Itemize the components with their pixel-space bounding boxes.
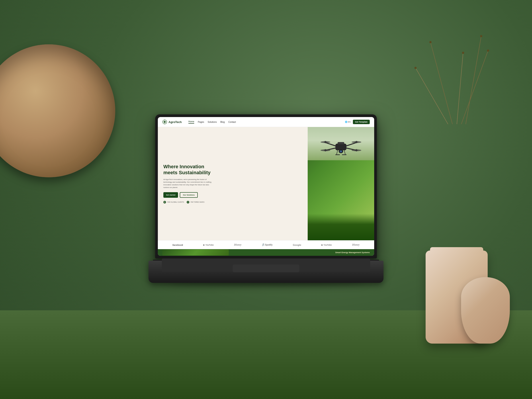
get-started-button[interactable]: Get started: [163, 192, 178, 198]
laptop-screen-outer: AgroTech Home Pages Solutions Blog Conta…: [155, 114, 377, 259]
laptop-body: [149, 261, 383, 283]
dried-stems: [434, 13, 479, 124]
svg-point-1: [164, 121, 165, 123]
site-hero: Where Innovation meets Sustainability At…: [158, 127, 374, 240]
nav-blog[interactable]: Blog: [220, 121, 225, 123]
hero-buttons: Get started Our Solutions: [163, 192, 302, 198]
hero-background-image: [308, 127, 374, 240]
brand-youtube-2: ▶ YouTube: [321, 244, 332, 246]
get-template-button[interactable]: Get Template: [353, 120, 370, 124]
laptop-touchpad: [233, 265, 299, 272]
hero-right-image: [308, 127, 374, 240]
hero-title: Where Innovation meets Sustainability: [163, 164, 302, 176]
laptop: AgroTech Home Pages Solutions Blog Conta…: [144, 114, 388, 292]
brand-disney-2: Disney: [352, 243, 360, 247]
site-navbar: AgroTech Home Pages Solutions Blog Conta…: [158, 117, 374, 127]
seed-head-2: [462, 52, 464, 54]
stat-saves: ⊙ +5M THREE SAVES: [187, 201, 204, 203]
svg-point-22: [324, 141, 327, 143]
svg-line-26: [336, 150, 338, 155]
svg-point-25: [355, 149, 358, 151]
smart-energy-bar: Smart Energy Management Systems: [158, 249, 374, 256]
brands-bar: facebook ▶ YouTube Disney 🎵 Spotify Goog…: [158, 240, 374, 249]
stat-saves-icon: ⊙: [187, 201, 189, 203]
site-nav-links: Home Pages Solutions Blog Contact: [188, 120, 345, 124]
brand-disney-1: Disney: [234, 243, 241, 247]
brand-google: Google: [293, 244, 301, 246]
site-logo: AgroTech: [162, 120, 182, 124]
stat-clients-text: +520 GLOBAL CLIENTS: [167, 201, 184, 203]
laptop-screen: AgroTech Home Pages Solutions Blog Conta…: [158, 117, 374, 256]
svg-point-24: [324, 149, 327, 151]
hero-stats: ⊕ +520 GLOBAL CLIENTS ⊙ +5M THREE SAVES: [163, 201, 302, 203]
svg-line-14: [325, 143, 335, 146]
svg-rect-10: [335, 144, 347, 150]
stat-clients: ⊕ +520 GLOBAL CLIENTS: [163, 201, 184, 203]
smart-energy-text: Smart Energy Management Systems: [335, 251, 370, 253]
lang-selector[interactable]: 🌐 EN: [345, 121, 351, 123]
stem-2: [457, 53, 463, 124]
svg-rect-11: [338, 142, 344, 144]
field-visual: [308, 214, 374, 240]
hero-left: Where Innovation meets Sustainability At…: [158, 127, 308, 240]
nav-home[interactable]: Home: [188, 120, 194, 124]
logo-text: AgroTech: [168, 120, 182, 124]
svg-point-23: [355, 141, 358, 143]
laptop-screen-bezel: AgroTech Home Pages Solutions Blog Conta…: [158, 117, 374, 256]
svg-line-27: [344, 150, 345, 155]
logo-icon: [162, 120, 167, 124]
laptop-base: [144, 256, 388, 292]
brand-facebook: facebook: [172, 244, 183, 246]
our-solutions-button[interactable]: Our Solutions: [180, 192, 198, 198]
nav-solutions[interactable]: Solutions: [208, 121, 217, 123]
brand-spotify: 🎵 Spotify: [262, 244, 273, 246]
nav-pages[interactable]: Pages: [198, 121, 204, 123]
stat-clients-icon: ⊕: [163, 201, 166, 203]
nav-right: 🌐 EN Get Template: [345, 120, 370, 124]
drone-svg: [319, 134, 363, 160]
svg-line-15: [347, 143, 356, 146]
stat-saves-text: +5M THREE SAVES: [190, 201, 204, 203]
svg-point-13: [340, 150, 342, 152]
hero-description: At AgroTech Innovations, we're pioneerin…: [163, 178, 212, 189]
brand-youtube-1: ▶ YouTube: [203, 244, 214, 246]
vase-small: [461, 277, 510, 344]
nav-contact[interactable]: Contact: [228, 121, 236, 123]
